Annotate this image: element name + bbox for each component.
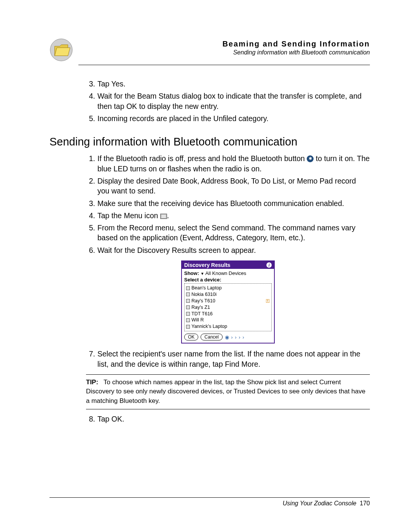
device-icon	[186, 305, 190, 309]
list-item: 5. From the Record menu, select the Send…	[86, 223, 370, 243]
device-icon	[186, 325, 190, 329]
show-picklist[interactable]: Show: ▼ All Known Devices	[184, 270, 272, 276]
device-item[interactable]: Yannick's Laptop	[186, 323, 270, 330]
device-item[interactable]: Will R	[186, 317, 270, 323]
list-item: 8. Tap OK.	[86, 414, 370, 424]
svg-marker-3	[55, 48, 70, 56]
device-item[interactable]: Ray's Z1	[186, 304, 270, 311]
device-list[interactable]: Bean's Laptop Nokia 6310i Ray's T610 ⚿ R…	[184, 283, 272, 331]
header-rule	[78, 65, 370, 65]
device-icon	[186, 312, 190, 316]
signal-icon: ◉ › › › ›	[225, 334, 245, 340]
device-item[interactable]: TDT T616	[186, 311, 270, 317]
footer-rule	[49, 497, 370, 498]
tip-label: TIP:	[86, 379, 98, 386]
ok-button[interactable]: OK	[184, 334, 198, 340]
list-item: 3. Tap Yes.	[86, 79, 370, 89]
device-icon	[186, 318, 190, 322]
tip-text: To choose which names appear in the list…	[86, 379, 365, 404]
cancel-button[interactable]: Cancel	[201, 334, 222, 340]
device-item[interactable]: Ray's T610 ⚿	[186, 298, 270, 304]
menu-icon	[160, 214, 167, 219]
dialog-title: Discovery Results	[184, 262, 230, 268]
select-device-label: Select a device:	[184, 277, 272, 283]
list-item: 6. Wait for the Discovery Results screen…	[86, 245, 370, 255]
page-number: 170	[360, 500, 370, 506]
device-item[interactable]: Nokia 6310i	[186, 291, 270, 298]
device-icon	[186, 292, 190, 296]
header-title: Beaming and Sending Information	[78, 40, 370, 48]
folder-icon	[49, 38, 73, 62]
list-item: 3. Make sure that the receiving device h…	[86, 198, 370, 208]
header-subtitle: Sending information with Bluetooth commu…	[78, 49, 370, 56]
list-item: 1. If the Bluetooth radio is off, press …	[86, 153, 370, 174]
list-item: 7. Select the recipient's user name from…	[86, 349, 370, 369]
info-icon[interactable]: i	[266, 262, 272, 268]
list-item: 4. Wait for the Beam Status dialog box t…	[86, 91, 370, 111]
page-footer: Using Your Zodiac Console 170	[49, 497, 370, 507]
page-header: Beaming and Sending Information Sending …	[49, 38, 370, 62]
chevron-down-icon: ▼	[201, 272, 204, 276]
dialog-title-bar: Discovery Results i	[182, 261, 274, 269]
discovery-screenshot: Discovery Results i Show: ▼ All Known De…	[86, 260, 370, 343]
list-item: 4. Tap the Menu icon .	[86, 211, 370, 220]
tip-box: TIP: To choose which names appear in the…	[86, 374, 370, 409]
device-item[interactable]: Bean's Laptop	[186, 285, 270, 291]
device-icon	[186, 299, 190, 303]
key-icon: ⚿	[266, 298, 270, 304]
bluetooth-icon	[307, 155, 314, 162]
device-icon	[186, 286, 190, 290]
section-heading: Sending information with Bluetooth commu…	[49, 136, 370, 148]
footer-text: Using Your Zodiac Console	[283, 500, 357, 506]
list-item: 2. Display the desired Date Book, Addres…	[86, 176, 370, 196]
list-item: 5. Incoming records are placed in the Un…	[86, 113, 370, 123]
